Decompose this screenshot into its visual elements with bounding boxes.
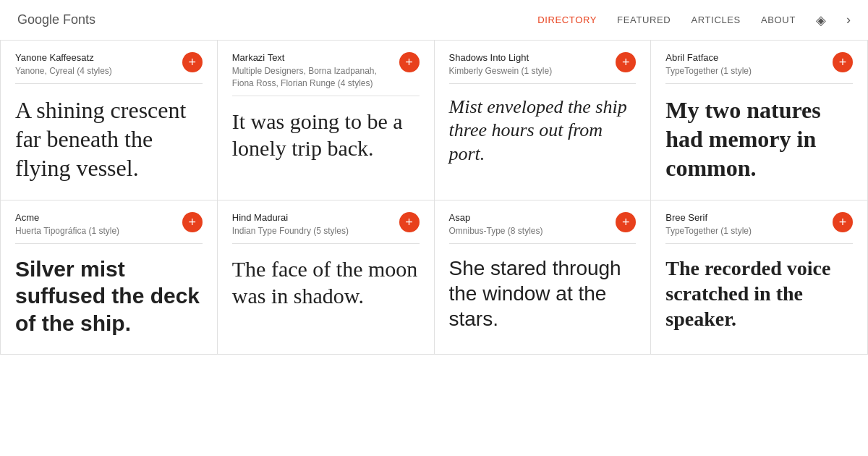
font-card-asap: Asap Omnibus-Type (8 styles) + She stare…: [435, 200, 652, 355]
card-meta: Yanone Kaffeesatz Yanone, Cyreal (4 styl…: [15, 52, 182, 77]
card-meta: Shadows Into Light Kimberly Geswein (1 s…: [449, 52, 616, 77]
font-author: Yanone, Cyreal (4 styles): [15, 65, 176, 77]
font-preview: It was going to be a lonely trip back.: [232, 108, 420, 162]
card-header: Abril Fatface TypeTogether (1 style) +: [665, 52, 853, 84]
card-header: Bree Serif TypeTogether (1 style) +: [665, 212, 853, 244]
font-author: Omnibus-Type (8 styles): [449, 225, 610, 237]
font-grid: Yanone Kaffeesatz Yanone, Cyreal (4 styl…: [0, 41, 868, 355]
font-author: Huerta Tipográfica (1 style): [15, 225, 176, 237]
header: Google Fonts DIRECTORY FEATURED ARTICLES…: [0, 0, 868, 41]
card-meta: Abril Fatface TypeTogether (1 style): [665, 52, 833, 77]
font-card-markazi: Markazi Text Multiple Designers, Borna I…: [218, 41, 435, 200]
logo-text: Google Fonts: [17, 12, 95, 28]
add-button[interactable]: +: [616, 212, 636, 232]
nav: DIRECTORY FEATURED ARTICLES ABOUT ◈ ›: [537, 12, 851, 28]
add-button[interactable]: +: [833, 52, 853, 72]
add-button[interactable]: +: [616, 52, 636, 72]
card-header: Acme Huerta Tipográfica (1 style) +: [15, 212, 203, 244]
font-name: Bree Serif: [665, 212, 827, 223]
font-author: Multiple Designers, Borna Izadpanah, Fio…: [232, 65, 393, 90]
add-button[interactable]: +: [182, 52, 203, 72]
font-author: TypeTogether (1 style): [665, 225, 827, 237]
font-card-acme: Acme Huerta Tipográfica (1 style) + Silv…: [1, 200, 218, 355]
font-name: Yanone Kaffeesatz: [15, 52, 176, 63]
font-card-bree: Bree Serif TypeTogether (1 style) + The …: [651, 200, 868, 355]
nav-about[interactable]: ABOUT: [761, 14, 796, 25]
card-header: Asap Omnibus-Type (8 styles) +: [449, 212, 637, 244]
nav-directory[interactable]: DIRECTORY: [537, 14, 597, 25]
card-header: Shadows Into Light Kimberly Geswein (1 s…: [449, 52, 637, 84]
font-name: Markazi Text: [232, 52, 393, 63]
customize-icon[interactable]: ◈: [816, 12, 826, 28]
card-meta: Markazi Text Multiple Designers, Borna I…: [232, 52, 399, 90]
font-card-abril: Abril Fatface TypeTogether (1 style) + M…: [651, 41, 868, 200]
font-author: Kimberly Geswein (1 style): [449, 65, 610, 77]
font-author: TypeTogether (1 style): [665, 65, 827, 77]
font-preview: Mist enveloped the ship three hours out …: [449, 96, 637, 166]
font-name: Abril Fatface: [665, 52, 827, 63]
chevron-right-icon[interactable]: ›: [846, 12, 851, 28]
font-name: Asap: [449, 212, 610, 223]
font-author: Indian Type Foundry (5 styles): [232, 225, 393, 237]
card-meta: Hind Madurai Indian Type Foundry (5 styl…: [232, 212, 399, 237]
font-preview: The recorded voice scratched in the spea…: [665, 256, 853, 332]
add-button[interactable]: +: [833, 212, 853, 232]
card-meta: Asap Omnibus-Type (8 styles): [449, 212, 616, 237]
nav-articles[interactable]: ARTICLES: [691, 14, 741, 25]
font-preview: A shining crescent far beneath the flyin…: [15, 96, 203, 182]
card-header: Hind Madurai Indian Type Foundry (5 styl…: [232, 212, 420, 244]
font-preview: My two natures had memory in common.: [665, 96, 853, 182]
card-meta: Bree Serif TypeTogether (1 style): [665, 212, 833, 237]
font-card-shadows: Shadows Into Light Kimberly Geswein (1 s…: [435, 41, 652, 200]
logo: Google Fonts: [17, 12, 95, 28]
font-preview: The face of the moon was in shadow.: [232, 256, 420, 310]
add-button[interactable]: +: [399, 212, 420, 232]
card-header: Markazi Text Multiple Designers, Borna I…: [232, 52, 420, 96]
font-card-yanone: Yanone Kaffeesatz Yanone, Cyreal (4 styl…: [1, 41, 218, 200]
font-preview: She stared through the window at the sta…: [449, 256, 637, 332]
font-name: Acme: [15, 212, 176, 223]
nav-featured[interactable]: FEATURED: [617, 14, 671, 25]
card-meta: Acme Huerta Tipográfica (1 style): [15, 212, 182, 237]
add-button[interactable]: +: [399, 52, 420, 72]
font-name: Hind Madurai: [232, 212, 393, 223]
font-card-hind: Hind Madurai Indian Type Foundry (5 styl…: [218, 200, 435, 355]
card-header: Yanone Kaffeesatz Yanone, Cyreal (4 styl…: [15, 52, 203, 84]
font-preview: Silver mist suffused the deck of the shi…: [15, 256, 203, 337]
add-button[interactable]: +: [182, 212, 203, 232]
font-name: Shadows Into Light: [449, 52, 610, 63]
